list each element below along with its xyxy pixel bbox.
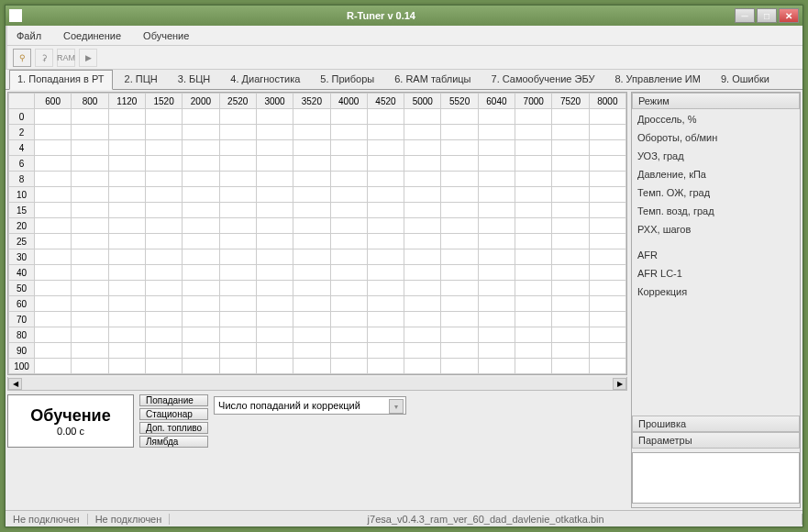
grid-cell[interactable]	[515, 125, 552, 140]
grid-cell[interactable]	[72, 281, 108, 296]
close-button[interactable]: ✕	[779, 8, 799, 23]
grid-cell[interactable]	[256, 312, 293, 327]
grid-cell[interactable]	[35, 249, 72, 265]
grid-cell[interactable]	[552, 109, 589, 125]
grid-cell[interactable]	[183, 156, 219, 172]
grid-cell[interactable]	[367, 218, 404, 234]
grid-cell[interactable]	[256, 343, 293, 359]
grid-cell[interactable]	[183, 281, 219, 296]
grid-cell[interactable]	[404, 203, 441, 218]
grid-cell[interactable]	[404, 109, 441, 125]
grid-cell[interactable]	[552, 359, 589, 374]
grid-cell[interactable]	[183, 125, 219, 140]
grid-cell[interactable]	[183, 327, 219, 343]
grid-cell[interactable]	[367, 265, 404, 281]
grid-cell[interactable]	[404, 281, 441, 296]
menu-file[interactable]: Файл	[13, 28, 45, 43]
grid-cell[interactable]	[441, 343, 478, 359]
grid-cell[interactable]	[367, 234, 404, 249]
grid-cell[interactable]	[330, 172, 367, 187]
grid-cell[interactable]	[108, 125, 145, 140]
grid-cell[interactable]	[35, 218, 72, 234]
grid-cell[interactable]	[108, 296, 145, 312]
grid-cell[interactable]	[441, 296, 478, 312]
play-icon[interactable]: ▶	[79, 49, 97, 67]
grid-cell[interactable]	[330, 296, 367, 312]
grid-cell[interactable]	[589, 187, 625, 203]
grid-cell[interactable]	[441, 187, 478, 203]
tab-diag[interactable]: 4. Диагностика	[222, 70, 308, 89]
scroll-left-icon[interactable]: ◀	[8, 378, 22, 390]
grid-cell[interactable]	[552, 296, 589, 312]
grid-cell[interactable]	[478, 249, 515, 265]
grid-cell[interactable]	[145, 359, 182, 374]
grid-cell[interactable]	[515, 203, 552, 218]
grid-cell[interactable]	[72, 249, 108, 265]
grid-cell[interactable]	[330, 187, 367, 203]
grid-cell[interactable]	[293, 109, 330, 125]
grid-cell[interactable]	[35, 203, 72, 218]
hits-dropdown[interactable]: Число попаданий и коррекций	[214, 396, 406, 415]
grid-cell[interactable]	[145, 343, 182, 359]
grid-cell[interactable]	[108, 156, 145, 172]
grid-cell[interactable]	[404, 359, 441, 374]
grid-cell[interactable]	[478, 172, 515, 187]
grid-cell[interactable]	[293, 265, 330, 281]
grid-cell[interactable]	[256, 156, 293, 172]
grid-cell[interactable]	[72, 234, 108, 249]
maximize-button[interactable]: □	[757, 8, 777, 23]
grid-cell[interactable]	[552, 140, 589, 156]
grid-cell[interactable]	[441, 234, 478, 249]
grid-cell[interactable]	[589, 327, 625, 343]
grid-cell[interactable]	[441, 312, 478, 327]
grid-cell[interactable]	[145, 296, 182, 312]
grid-cell[interactable]	[441, 327, 478, 343]
grid-cell[interactable]	[35, 109, 72, 125]
grid-cell[interactable]	[404, 296, 441, 312]
tab-control[interactable]: 8. Управление ИМ	[606, 70, 709, 89]
grid-cell[interactable]	[478, 343, 515, 359]
grid-cell[interactable]	[145, 249, 182, 265]
params-textarea[interactable]	[632, 452, 800, 504]
grid-cell[interactable]	[108, 281, 145, 296]
grid-cell[interactable]	[441, 125, 478, 140]
grid-cell[interactable]	[404, 312, 441, 327]
grid-cell[interactable]	[478, 125, 515, 140]
grid-cell[interactable]	[515, 187, 552, 203]
grid-cell[interactable]	[145, 312, 182, 327]
grid-cell[interactable]	[145, 218, 182, 234]
grid-cell[interactable]	[145, 140, 182, 156]
grid-cell[interactable]	[108, 140, 145, 156]
grid-cell[interactable]	[145, 265, 182, 281]
grid-cell[interactable]	[589, 109, 625, 125]
grid-cell[interactable]	[256, 109, 293, 125]
grid-cell[interactable]	[552, 125, 589, 140]
grid-cell[interactable]	[515, 281, 552, 296]
tab-pcn[interactable]: 2. ПЦН	[116, 70, 166, 89]
grid-cell[interactable]	[441, 172, 478, 187]
grid-cell[interactable]	[145, 281, 182, 296]
grid-cell[interactable]	[183, 218, 219, 234]
grid-cell[interactable]	[108, 249, 145, 265]
tab-errors[interactable]: 9. Ошибки	[713, 70, 778, 89]
data-grid[interactable]: 6008001120152020002520300035204000452050…	[7, 92, 627, 375]
mode-header[interactable]: Режим	[632, 93, 800, 109]
grid-cell[interactable]	[72, 109, 108, 125]
grid-cell[interactable]	[330, 359, 367, 374]
lambda-button[interactable]: Лямбда	[139, 436, 208, 448]
grid-cell[interactable]	[293, 218, 330, 234]
grid-cell[interactable]	[478, 234, 515, 249]
grid-cell[interactable]	[589, 249, 625, 265]
grid-cell[interactable]	[441, 109, 478, 125]
grid-cell[interactable]	[108, 343, 145, 359]
grid-cell[interactable]	[108, 265, 145, 281]
extra-fuel-button[interactable]: Доп. топливо	[139, 422, 208, 434]
grid-cell[interactable]	[35, 343, 72, 359]
grid-cell[interactable]	[145, 234, 182, 249]
grid-cell[interactable]	[367, 109, 404, 125]
grid-cell[interactable]	[145, 109, 182, 125]
grid-cell[interactable]	[330, 218, 367, 234]
grid-cell[interactable]	[589, 312, 625, 327]
grid-cell[interactable]	[404, 218, 441, 234]
grid-cell[interactable]	[589, 296, 625, 312]
